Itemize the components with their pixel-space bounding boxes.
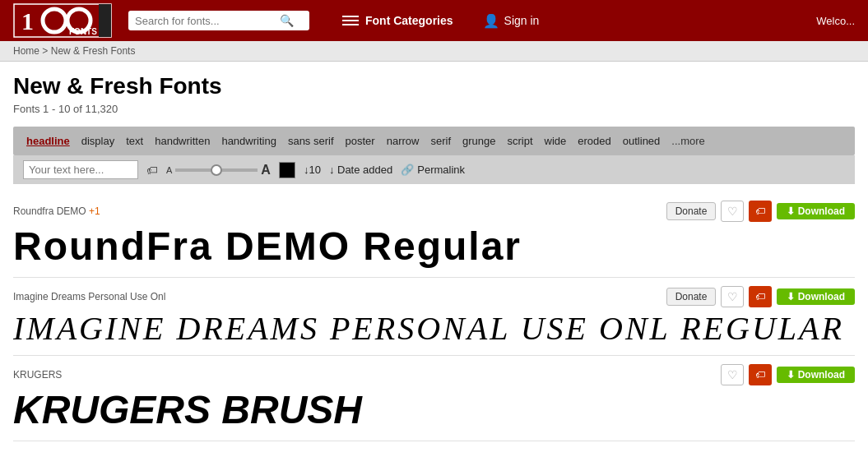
font-name-text: KRUGERS [13, 369, 62, 381]
sign-in-label: Sign in [504, 14, 540, 27]
filter-tag-display[interactable]: display [78, 133, 118, 149]
font-preview[interactable]: KRUGERS BRUSH [13, 389, 855, 432]
tag-button[interactable]: 🏷 [749, 286, 772, 307]
filter-tag-wide[interactable]: wide [541, 133, 570, 149]
logo[interactable]: 1 FONTS [13, 3, 112, 38]
sign-in-button[interactable]: 👤 Sign in [483, 13, 540, 29]
sort-date: ↓ Date added [329, 164, 392, 176]
filter-tag-sans-serif[interactable]: sans serif [285, 133, 337, 149]
font-entry-header: Imagine Dreams Personal Use Onl Donate ♡… [13, 286, 855, 307]
font-categories-label: Font Categories [365, 14, 453, 27]
filter-more[interactable]: ...more [671, 135, 704, 147]
svg-rect-1 [99, 4, 111, 37]
header: 1 FONTS 🔍 Font Categories 👤 Sign in Welc… [0, 0, 868, 41]
breadcrumb-separator: > [42, 45, 48, 57]
font-entry: Roundfra DEMO +1 Donate ♡ 🏷 ⬇ Download R… [13, 192, 855, 278]
filter-tag-outlined[interactable]: outlined [620, 133, 664, 149]
tag-button[interactable]: 🏷 [749, 364, 772, 385]
filter-tag-eroded[interactable]: eroded [574, 133, 614, 149]
favorite-button[interactable]: ♡ [721, 201, 744, 222]
page-subtitle: Fonts 1 - 10 of 11,320 [13, 103, 855, 115]
download-button[interactable]: ⬇ Download [777, 203, 855, 219]
favorite-button[interactable]: ♡ [721, 364, 744, 385]
breadcrumb-home[interactable]: Home [13, 45, 39, 57]
font-name-label: Imagine Dreams Personal Use Onl [13, 291, 165, 302]
font-name-label: KRUGERS [13, 369, 62, 381]
color-swatch[interactable] [279, 162, 295, 178]
toolbar: 🏷 A A ↓10 ↓ Date added 🔗 Permalink [13, 155, 855, 184]
font-entry: KRUGERS ♡ 🏷 ⬇ Download KRUGERS BRUSH [13, 356, 855, 441]
filter-tag-serif[interactable]: serif [427, 133, 454, 149]
font-name-text: Roundfra DEMO [13, 205, 86, 217]
download-button[interactable]: ⬇ Download [777, 367, 855, 383]
favorite-button[interactable]: ♡ [721, 286, 744, 307]
filter-tag-narrow[interactable]: narrow [383, 133, 423, 149]
svg-text:FONTS: FONTS [69, 27, 97, 36]
size-slider[interactable] [175, 168, 258, 172]
page-title: New & Fresh Fonts [13, 73, 855, 99]
font-categories-nav[interactable]: Font Categories [342, 14, 453, 27]
donate-button[interactable]: Donate [666, 288, 717, 306]
welcome-text: Welco... [816, 15, 855, 27]
filter-tag-headline[interactable]: headline [23, 133, 73, 149]
permalink-label: Permalink [417, 164, 465, 176]
size-slider-container: A A [166, 163, 271, 178]
tags-icon[interactable]: 🏷 [146, 164, 158, 177]
font-list: Roundfra DEMO +1 Donate ♡ 🏷 ⬇ Download R… [13, 192, 855, 441]
filter-tag-grunge[interactable]: grunge [459, 133, 499, 149]
download-button[interactable]: ⬇ Download [777, 288, 855, 305]
breadcrumb: Home > New & Fresh Fonts [0, 41, 868, 62]
permalink-button[interactable]: 🔗 Permalink [401, 164, 465, 176]
main-content: New & Fresh Fonts Fonts 1 - 10 of 11,320… [0, 62, 868, 441]
font-preview[interactable]: iMAGINE DREAMS PERSONAL USE ONL REGULAR [13, 311, 855, 347]
donate-button[interactable]: Donate [666, 202, 717, 220]
search-box: 🔍 [128, 11, 309, 30]
font-preview[interactable]: RoundFra DEMO Regular [13, 225, 855, 269]
size-large-label: A [261, 163, 271, 178]
filter-tag-handwritten[interactable]: handwritten [151, 133, 213, 149]
preview-text-input[interactable] [23, 160, 138, 179]
search-input[interactable] [135, 15, 275, 27]
search-button[interactable]: 🔍 [280, 14, 294, 27]
sort-arrow: ↓ [329, 164, 335, 176]
tag-button[interactable]: 🏷 [749, 201, 772, 222]
font-actions: Donate ♡ 🏷 ⬇ Download [666, 286, 855, 307]
font-entry: Imagine Dreams Personal Use Onl Donate ♡… [13, 278, 855, 356]
font-actions: ♡ 🏷 ⬇ Download [721, 364, 855, 385]
filter-tag-text[interactable]: text [123, 133, 146, 149]
filter-tag-poster[interactable]: poster [342, 133, 378, 149]
svg-text:1: 1 [21, 7, 34, 35]
sort-date-label[interactable]: Date added [337, 164, 392, 176]
filter-tag-handwriting[interactable]: handwriting [218, 133, 280, 149]
font-actions: Donate ♡ 🏷 ⬇ Download [666, 201, 855, 222]
hamburger-icon [342, 16, 359, 25]
filter-bar: headline display text handwritten handwr… [13, 127, 855, 155]
font-entry-header: Roundfra DEMO +1 Donate ♡ 🏷 ⬇ Download [13, 201, 855, 222]
size-small-label: A [166, 165, 172, 175]
filter-tag-script[interactable]: script [504, 133, 536, 149]
link-icon: 🔗 [401, 164, 414, 176]
font-name-label: Roundfra DEMO +1 [13, 205, 100, 217]
font-name-text: Imagine Dreams Personal Use Onl [13, 291, 165, 302]
sort-count[interactable]: ↓10 [304, 164, 321, 176]
breadcrumb-current: New & Fresh Fonts [51, 45, 136, 57]
font-plus-badge: +1 [89, 205, 100, 217]
user-icon: 👤 [483, 13, 499, 29]
font-entry-header: KRUGERS ♡ 🏷 ⬇ Download [13, 364, 855, 385]
